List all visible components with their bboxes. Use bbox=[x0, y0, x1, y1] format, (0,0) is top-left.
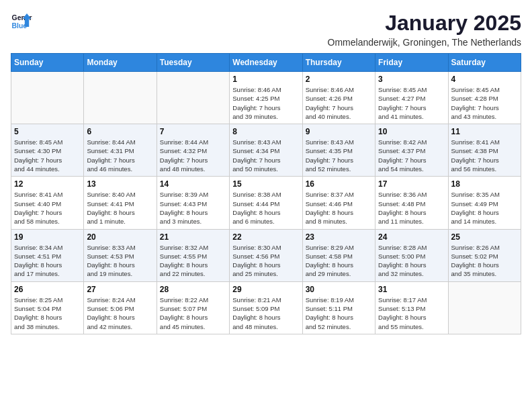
day-number: 25 bbox=[451, 232, 518, 242]
day-info: Sunrise: 8:25 AM Sunset: 5:04 PM Dayligh… bbox=[14, 295, 81, 331]
day-number: 5 bbox=[14, 127, 81, 136]
day-number: 20 bbox=[87, 232, 153, 242]
day-number: 21 bbox=[160, 232, 226, 242]
day-info: Sunrise: 8:41 AM Sunset: 4:38 PM Dayligh… bbox=[451, 138, 518, 173]
month-title: January 2025 bbox=[328, 11, 521, 36]
weekday-header: Thursday bbox=[302, 54, 375, 72]
day-number: 2 bbox=[306, 75, 372, 84]
calendar-cell bbox=[448, 281, 521, 334]
day-info: Sunrise: 8:45 AM Sunset: 4:30 PM Dayligh… bbox=[14, 138, 81, 173]
calendar-cell: 5Sunrise: 8:45 AM Sunset: 4:30 PM Daylig… bbox=[11, 124, 84, 177]
calendar-cell: 11Sunrise: 8:41 AM Sunset: 4:38 PM Dayli… bbox=[448, 124, 521, 177]
calendar-cell: 22Sunrise: 8:30 AM Sunset: 4:56 PM Dayli… bbox=[230, 229, 302, 281]
logo-icon: General Blue bbox=[11, 11, 32, 32]
day-number: 8 bbox=[232, 127, 299, 136]
day-number: 29 bbox=[232, 285, 299, 294]
day-info: Sunrise: 8:46 AM Sunset: 4:25 PM Dayligh… bbox=[232, 85, 299, 121]
day-number: 1 bbox=[232, 75, 299, 84]
day-number: 17 bbox=[378, 179, 445, 189]
calendar-cell: 9Sunrise: 8:43 AM Sunset: 4:35 PM Daylig… bbox=[302, 124, 375, 177]
day-number: 12 bbox=[14, 179, 81, 189]
day-number: 31 bbox=[378, 285, 445, 294]
day-info: Sunrise: 8:17 AM Sunset: 5:13 PM Dayligh… bbox=[378, 295, 445, 331]
calendar-cell bbox=[84, 72, 157, 124]
calendar-cell: 18Sunrise: 8:35 AM Sunset: 4:49 PM Dayli… bbox=[448, 177, 521, 229]
calendar-week-row: 19Sunrise: 8:34 AM Sunset: 4:51 PM Dayli… bbox=[11, 229, 521, 281]
calendar-week-row: 12Sunrise: 8:41 AM Sunset: 4:40 PM Dayli… bbox=[11, 177, 521, 229]
day-info: Sunrise: 8:45 AM Sunset: 4:27 PM Dayligh… bbox=[378, 85, 445, 121]
weekday-header: Sunday bbox=[11, 54, 84, 72]
day-number: 11 bbox=[451, 127, 518, 136]
day-info: Sunrise: 8:43 AM Sunset: 4:34 PM Dayligh… bbox=[232, 138, 299, 173]
weekday-header: Tuesday bbox=[157, 54, 229, 72]
day-info: Sunrise: 8:45 AM Sunset: 4:28 PM Dayligh… bbox=[451, 85, 518, 121]
day-info: Sunrise: 8:35 AM Sunset: 4:49 PM Dayligh… bbox=[451, 190, 518, 226]
day-info: Sunrise: 8:38 AM Sunset: 4:44 PM Dayligh… bbox=[232, 190, 299, 226]
weekday-header: Saturday bbox=[448, 54, 521, 72]
day-info: Sunrise: 8:29 AM Sunset: 4:58 PM Dayligh… bbox=[306, 243, 372, 279]
day-number: 18 bbox=[451, 179, 518, 189]
day-info: Sunrise: 8:42 AM Sunset: 4:37 PM Dayligh… bbox=[378, 138, 445, 173]
day-number: 13 bbox=[87, 179, 153, 189]
day-info: Sunrise: 8:39 AM Sunset: 4:43 PM Dayligh… bbox=[160, 190, 226, 226]
day-info: Sunrise: 8:33 AM Sunset: 4:53 PM Dayligh… bbox=[87, 243, 153, 279]
day-info: Sunrise: 8:41 AM Sunset: 4:40 PM Dayligh… bbox=[14, 190, 81, 226]
calendar-cell: 23Sunrise: 8:29 AM Sunset: 4:58 PM Dayli… bbox=[302, 229, 375, 281]
day-info: Sunrise: 8:46 AM Sunset: 4:26 PM Dayligh… bbox=[306, 85, 372, 121]
day-number: 22 bbox=[232, 232, 299, 242]
weekday-header: Monday bbox=[84, 54, 157, 72]
calendar-table: SundayMondayTuesdayWednesdayThursdayFrid… bbox=[11, 53, 521, 334]
day-number: 14 bbox=[160, 179, 226, 189]
day-info: Sunrise: 8:30 AM Sunset: 4:56 PM Dayligh… bbox=[232, 243, 299, 279]
day-info: Sunrise: 8:44 AM Sunset: 4:32 PM Dayligh… bbox=[160, 138, 226, 173]
day-number: 15 bbox=[232, 179, 299, 189]
calendar-cell: 24Sunrise: 8:28 AM Sunset: 5:00 PM Dayli… bbox=[375, 229, 448, 281]
weekday-header-row: SundayMondayTuesdayWednesdayThursdayFrid… bbox=[11, 54, 521, 72]
day-info: Sunrise: 8:36 AM Sunset: 4:48 PM Dayligh… bbox=[378, 190, 445, 226]
calendar-cell: 12Sunrise: 8:41 AM Sunset: 4:40 PM Dayli… bbox=[11, 177, 84, 229]
day-number: 7 bbox=[160, 127, 226, 136]
calendar-cell: 6Sunrise: 8:44 AM Sunset: 4:31 PM Daylig… bbox=[84, 124, 157, 177]
calendar-cell: 21Sunrise: 8:32 AM Sunset: 4:55 PM Dayli… bbox=[157, 229, 229, 281]
calendar-cell: 15Sunrise: 8:38 AM Sunset: 4:44 PM Dayli… bbox=[230, 177, 302, 229]
day-info: Sunrise: 8:32 AM Sunset: 4:55 PM Dayligh… bbox=[160, 243, 226, 279]
day-info: Sunrise: 8:22 AM Sunset: 5:07 PM Dayligh… bbox=[160, 295, 226, 331]
logo: General Blue bbox=[11, 11, 32, 32]
calendar-cell: 14Sunrise: 8:39 AM Sunset: 4:43 PM Dayli… bbox=[157, 177, 229, 229]
day-info: Sunrise: 8:43 AM Sunset: 4:35 PM Dayligh… bbox=[306, 138, 372, 173]
day-info: Sunrise: 8:24 AM Sunset: 5:06 PM Dayligh… bbox=[87, 295, 153, 331]
title-block: January 2025 Ommelanderwijk, Groningen, … bbox=[328, 11, 521, 48]
day-number: 26 bbox=[14, 285, 81, 294]
day-number: 23 bbox=[306, 232, 372, 242]
calendar-week-row: 5Sunrise: 8:45 AM Sunset: 4:30 PM Daylig… bbox=[11, 124, 521, 177]
calendar-cell: 25Sunrise: 8:26 AM Sunset: 5:02 PM Dayli… bbox=[448, 229, 521, 281]
calendar-cell: 29Sunrise: 8:21 AM Sunset: 5:09 PM Dayli… bbox=[230, 281, 302, 334]
calendar-cell: 3Sunrise: 8:45 AM Sunset: 4:27 PM Daylig… bbox=[375, 72, 448, 124]
day-info: Sunrise: 8:40 AM Sunset: 4:41 PM Dayligh… bbox=[87, 190, 153, 226]
calendar-cell: 1Sunrise: 8:46 AM Sunset: 4:25 PM Daylig… bbox=[230, 72, 302, 124]
day-info: Sunrise: 8:44 AM Sunset: 4:31 PM Dayligh… bbox=[87, 138, 153, 173]
day-number: 16 bbox=[306, 179, 372, 189]
day-number: 28 bbox=[160, 285, 226, 294]
page-header: General Blue January 2025 Ommelanderwijk… bbox=[11, 11, 521, 48]
day-number: 3 bbox=[378, 75, 445, 84]
day-number: 19 bbox=[14, 232, 81, 242]
calendar-week-row: 26Sunrise: 8:25 AM Sunset: 5:04 PM Dayli… bbox=[11, 281, 521, 334]
calendar-cell: 19Sunrise: 8:34 AM Sunset: 4:51 PM Dayli… bbox=[11, 229, 84, 281]
subtitle: Ommelanderwijk, Groningen, The Netherlan… bbox=[328, 37, 521, 48]
day-number: 27 bbox=[87, 285, 153, 294]
calendar-cell: 4Sunrise: 8:45 AM Sunset: 4:28 PM Daylig… bbox=[448, 72, 521, 124]
day-info: Sunrise: 8:26 AM Sunset: 5:02 PM Dayligh… bbox=[451, 243, 518, 279]
calendar-cell: 8Sunrise: 8:43 AM Sunset: 4:34 PM Daylig… bbox=[230, 124, 302, 177]
calendar-cell: 30Sunrise: 8:19 AM Sunset: 5:11 PM Dayli… bbox=[302, 281, 375, 334]
day-number: 30 bbox=[306, 285, 372, 294]
day-number: 24 bbox=[378, 232, 445, 242]
calendar-cell: 16Sunrise: 8:37 AM Sunset: 4:46 PM Dayli… bbox=[302, 177, 375, 229]
day-number: 6 bbox=[87, 127, 153, 136]
weekday-header: Wednesday bbox=[230, 54, 302, 72]
calendar-cell: 13Sunrise: 8:40 AM Sunset: 4:41 PM Dayli… bbox=[84, 177, 157, 229]
calendar-cell: 27Sunrise: 8:24 AM Sunset: 5:06 PM Dayli… bbox=[84, 281, 157, 334]
day-number: 4 bbox=[451, 75, 518, 84]
calendar-cell: 31Sunrise: 8:17 AM Sunset: 5:13 PM Dayli… bbox=[375, 281, 448, 334]
calendar-week-row: 1Sunrise: 8:46 AM Sunset: 4:25 PM Daylig… bbox=[11, 72, 521, 124]
